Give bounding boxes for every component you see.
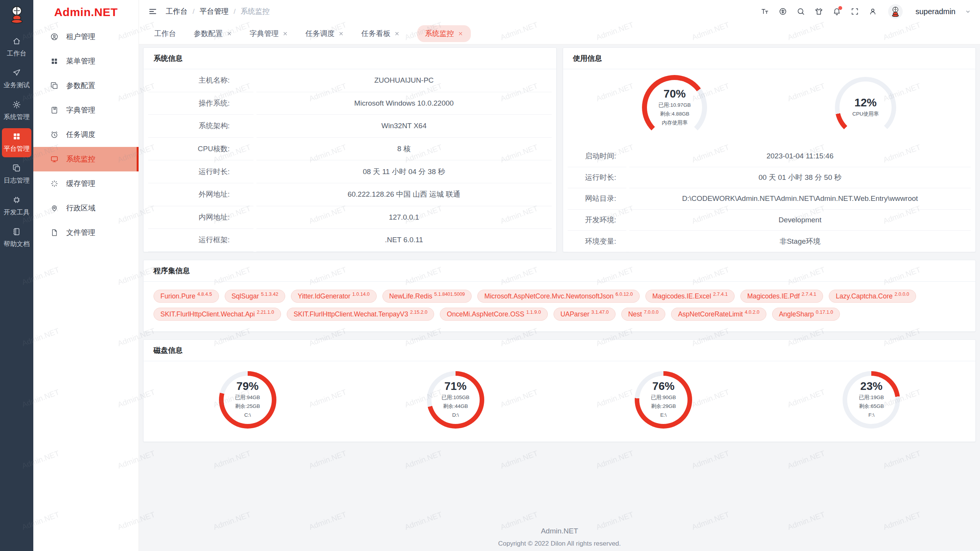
page-tab[interactable]: 系统监控 [417,25,471,42]
close-icon[interactable] [227,31,232,36]
sidebar-item-param-config[interactable]: 参数配置 [33,73,139,98]
close-icon[interactable] [283,31,288,36]
sidebar-item-menu-mgmt[interactable]: 菜单管理 [33,49,139,73]
breadcrumb: 工作台 / 平台管理 / 系统监控 [166,7,270,16]
user-avatar[interactable] [888,4,903,19]
sidebar-item-file-mgmt[interactable]: 文件管理 [33,220,139,245]
disk-gauge: 71% 已用:105GB 剩余:44GB D:\ [351,371,559,429]
rail-item-platform-mgmt[interactable]: 平台管理 [2,128,31,157]
sidebar-item-system-monitor[interactable]: 系统监控 [33,147,139,171]
assemblies-card: 程序集信息 Furion.Pure4.8.4.5 SqlSugar5.1.3.4… [143,260,976,332]
breadcrumb-item[interactable]: 工作台 [166,7,188,16]
page-tab[interactable]: 工作台 [154,29,176,39]
disk-drive-letter: F:\ [869,411,875,420]
usage-info-table: 启动时间: 2023-01-04 11:15:46 运行时长: 00 天 01 … [563,146,976,252]
font-size-icon[interactable] [761,7,769,16]
assembly-tags: Furion.Pure4.8.4.5 SqlSugar5.1.3.42 Yitt… [144,282,975,330]
rail-item-workbench[interactable]: 工作台 [2,33,31,62]
info-label: 操作系统: [148,92,253,115]
info-label: 外网地址: [148,183,253,206]
rail-item-dev-tools[interactable]: 开发工具 [2,192,31,221]
rail-item-help-docs[interactable]: 帮助文档 [2,223,31,253]
info-label: 环境变量: [568,231,626,252]
sidebar-item-task-schedule[interactable]: 任务调度 [33,122,139,147]
current-user-name[interactable]: superadmin [915,7,956,16]
page-footer: Admin.NET Copyright © 2022 Dilon All rig… [143,527,976,548]
assembly-tag: SKIT.FlurlHttpClient.Wechat.TenpayV32.15… [287,308,434,321]
assembly-version: 6.0.12.0 [616,292,633,297]
info-row: CPU核数: 8 核 [148,138,552,161]
sidebar-item-cache-mgmt[interactable]: 缓存管理 [33,171,139,196]
page-tab[interactable]: 字典管理 [250,29,288,39]
sidebar: Admin.NET 租户管理 菜单管理 参数配置 字典管理 任务调度 系统监控 … [33,0,139,551]
memory-usage-percent: 70% [663,88,686,100]
disk-info-card: 磁盘信息 79% 已用:94GB 剩余:25GB C:\ [143,339,976,442]
info-label: CPU核数: [148,138,253,161]
sidebar-item-admin-region[interactable]: 行政区域 [33,196,139,220]
info-row: 操作系统: Microsoft Windows 10.0.22000 [148,92,552,115]
assembly-name: SKIT.FlurlHttpClient.Wechat.TenpayV3 [294,310,408,318]
rail-item-label: 工作台 [7,49,26,58]
brand-logo[interactable]: Admin.NET [33,0,139,24]
info-value: ZUOHUAIJUN-PC [256,69,552,92]
close-icon[interactable] [338,31,344,36]
header-actions: superadmin [761,4,971,19]
page-tab[interactable]: 参数配置 [194,29,232,39]
assembly-name: NewLife.Redis [389,292,433,300]
close-icon[interactable] [394,31,400,36]
assembly-name: Magicodes.IE.Pdf [747,292,800,300]
tab-bar: 工作台 参数配置 字典管理 任务调度 [139,23,980,44]
collapse-menu-icon[interactable] [148,7,157,16]
disk-used: 已用:90GB [651,393,676,402]
sidebar-item-dict-mgmt[interactable]: 字典管理 [33,98,139,122]
breadcrumb-item[interactable]: 平台管理 [199,7,229,16]
info-row: 内网地址: 127.0.0.1 [148,206,552,229]
assembly-name: Microsoft.AspNetCore.Mvc.NewtonsoftJson [484,292,613,300]
assembly-name: OnceMi.AspNetCore.OSS [447,310,524,318]
card-title: 使用信息 [563,48,976,69]
disk-drive-letter: C:\ [244,411,251,420]
assembly-name: UAParser [560,310,590,318]
sidebar-item-label: 字典管理 [66,105,95,115]
assembly-tag: SqlSugar5.1.3.42 [225,290,285,303]
rail-item-log-mgmt[interactable]: 日志管理 [2,160,31,189]
info-label: 系统架构: [148,115,253,138]
search-icon[interactable] [797,7,805,16]
close-icon[interactable] [458,31,463,36]
rail-item-system-mgmt[interactable]: 系统管理 [2,96,31,126]
rail-item-label: 帮助文档 [4,240,30,248]
card-title: 系统信息 [144,48,556,69]
cpu-usage-gauge: 12% CPU使用率 [835,77,896,138]
assembly-version: 2.0.0.0 [895,292,909,297]
assembly-name: AngleSharp [779,310,814,318]
info-value: 60.222.128.26 中国 山西 运城 联通 [256,183,552,206]
assembly-version: 7.0.0.0 [644,310,658,315]
footer-copyright: Copyright © 2022 Dilon All rights reserv… [143,540,976,548]
mascot-logo-icon [7,5,27,24]
tab-label: 参数配置 [194,29,223,39]
rail-item-label: 开发工具 [4,208,30,217]
assembly-name: Lazy.Captcha.Core [836,292,893,300]
page-tab[interactable]: 任务调度 [305,29,344,39]
theme-shirt-icon[interactable] [815,7,823,16]
cpu-gauge-label: CPU使用率 [853,110,879,119]
breadcrumb-separator: / [193,7,194,16]
info-row: 系统架构: Win32NT X64 [148,115,552,138]
page-tab[interactable]: 任务看板 [361,29,400,39]
rail-item-label: 平台管理 [4,144,30,153]
info-value: .NET 6.0.11 [256,229,552,252]
info-row: 启动时间: 2023-01-04 11:15:46 [568,146,971,167]
info-value: 00 天 01 小时 38 分 50 秒 [629,167,971,189]
assembly-version: 3.1.47.0 [591,310,609,315]
chevron-down-icon[interactable] [965,9,971,15]
fullscreen-icon[interactable] [851,7,859,16]
language-icon[interactable] [779,7,787,16]
person-icon[interactable] [869,7,877,16]
info-label: 主机名称: [148,69,253,92]
rail-item-business-test[interactable]: 业务测试 [2,65,31,94]
assembly-version: 1.0.14.0 [352,292,369,297]
disk-usage-percent: 76% [652,380,675,393]
notifications-button[interactable] [833,7,841,16]
sidebar-item-tenant-mgmt[interactable]: 租户管理 [33,24,139,49]
disk-usage-percent: 79% [237,380,259,393]
